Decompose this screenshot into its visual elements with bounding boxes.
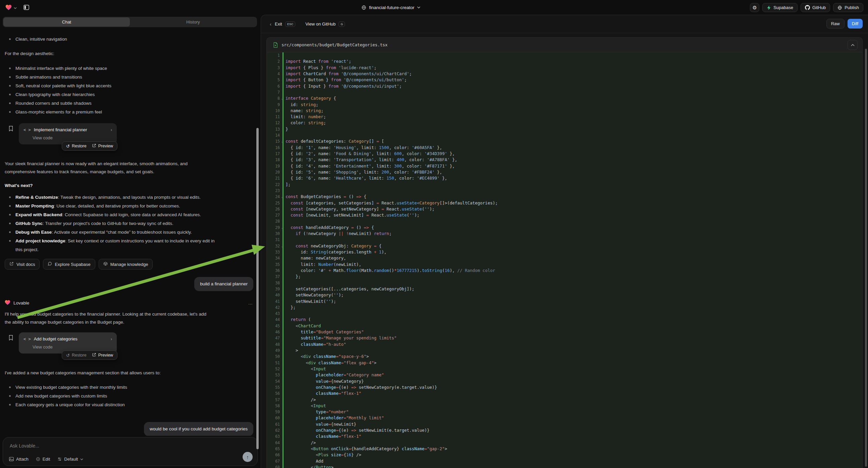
version-card-header: < >Implement financial planner› bbox=[24, 127, 112, 132]
list-item-text: Rounded corners and subtle shadows bbox=[16, 99, 92, 108]
code-text: return ( bbox=[283, 317, 311, 323]
fold-chevron-icon[interactable]: ⌄ bbox=[281, 225, 283, 231]
line-number: 53 bbox=[267, 372, 283, 378]
chat-message-list: Clean, intuitive navigationFor the desig… bbox=[5, 30, 253, 436]
button-label: Explore Supabase bbox=[55, 262, 90, 267]
composer-placeholder[interactable]: Ask Lovable... bbox=[10, 443, 39, 448]
code-line: 66 <Plus size={16} /> bbox=[267, 452, 862, 458]
chevron-right-icon[interactable]: › bbox=[111, 337, 112, 342]
code-text: name: newCategory, bbox=[283, 255, 346, 261]
raw-toggle-button[interactable]: Raw bbox=[827, 19, 844, 29]
line-number: 11 bbox=[267, 114, 283, 120]
supabase-button[interactable]: Supabase bbox=[762, 3, 798, 12]
message-options-button[interactable]: … bbox=[248, 300, 254, 305]
toggle-sidebar-icon[interactable] bbox=[22, 3, 31, 12]
code-text: value={newCategory} bbox=[283, 378, 364, 384]
tab-chat[interactable]: Chat bbox=[3, 18, 130, 27]
diff-toggle-button[interactable]: Diff bbox=[847, 19, 863, 29]
fold-chevron-icon[interactable]: ⌄ bbox=[281, 96, 283, 102]
chevron-right-icon[interactable]: › bbox=[111, 127, 112, 132]
settings-button[interactable]: ⚙ bbox=[750, 3, 759, 12]
publish-button[interactable]: Publish bbox=[833, 3, 863, 12]
code-line: 25 const [categories, setCategories] = R… bbox=[267, 200, 862, 206]
bookmark-icon[interactable] bbox=[9, 126, 13, 132]
code-text: limit: number; bbox=[283, 114, 326, 120]
bullet-dot-icon bbox=[9, 395, 11, 397]
bullet-dot-icon bbox=[9, 94, 11, 95]
code-line: 11 limit: number; bbox=[267, 114, 862, 120]
fold-chevron-icon[interactable]: ⌄ bbox=[281, 139, 283, 145]
lovable-logo-icon[interactable] bbox=[5, 4, 12, 10]
chat-composer[interactable]: Ask Lovable... Attach Edit Default ↑ bbox=[3, 437, 258, 466]
code-text: className="flex-1" bbox=[283, 390, 361, 397]
workspace-chevron-down-icon[interactable] bbox=[14, 4, 17, 10]
version-card[interactable]: < >Implement financial planner›View code… bbox=[19, 123, 117, 144]
bullet-list: Clean, intuitive navigation bbox=[5, 35, 253, 43]
bullet-dot-icon bbox=[9, 386, 11, 388]
fold-chevron-icon[interactable]: ⌄ bbox=[281, 243, 283, 250]
version-card[interactable]: < >Add budget categories›View code↺Resto… bbox=[19, 332, 117, 353]
globe-icon bbox=[361, 5, 366, 10]
list-item-text: Debug with Ease: Activate our experiment… bbox=[16, 228, 192, 237]
preview-button[interactable]: Preview bbox=[92, 143, 113, 149]
preview-button[interactable]: Preview bbox=[92, 352, 113, 358]
code-text: id: string; bbox=[283, 102, 318, 108]
file-header[interactable]: src/components/budget/BudgetCategories.t… bbox=[267, 38, 862, 52]
code-text: color: string; bbox=[283, 120, 326, 126]
manage-knowledge-button[interactable]: Manage knowledge bbox=[99, 259, 153, 270]
code-line: 59 type="number" bbox=[267, 409, 862, 415]
code-scrollbar-thumb[interactable] bbox=[865, 49, 867, 467]
chevron-left-icon: ‹ bbox=[270, 21, 272, 27]
attach-button[interactable]: Attach bbox=[9, 457, 29, 462]
list-item: View existing budget categories with the… bbox=[5, 383, 253, 392]
line-number: 63 bbox=[267, 433, 283, 439]
exit-button[interactable]: Exit bbox=[275, 22, 282, 27]
model-selector[interactable]: Default bbox=[57, 457, 83, 462]
line-number: 26 bbox=[267, 206, 283, 212]
tab-history[interactable]: History bbox=[130, 18, 256, 27]
code-text bbox=[283, 218, 288, 224]
code-line: 51 <div className="flex gap-4"> bbox=[267, 360, 862, 366]
code-text: onChange={(e) => setNewCategory(e.target… bbox=[283, 384, 437, 390]
code-line: 7 bbox=[267, 89, 862, 95]
code-text: /> bbox=[283, 397, 316, 403]
view-on-github-link[interactable]: View on GitHub bbox=[305, 22, 336, 27]
code-line: 43 bbox=[267, 311, 862, 317]
project-switcher[interactable]: financial-future-creator bbox=[361, 0, 421, 15]
edit-mode-button[interactable]: Edit bbox=[36, 457, 50, 462]
line-number: 5 bbox=[267, 77, 283, 83]
line-number: 39 bbox=[267, 286, 283, 292]
line-number: 40 bbox=[267, 292, 283, 298]
chat-scrollbar-thumb[interactable] bbox=[256, 128, 259, 449]
code-text: <ChartCard bbox=[283, 323, 321, 329]
line-number: 36 bbox=[267, 268, 283, 273]
visit-docs-button[interactable]: Visit docs bbox=[5, 259, 39, 270]
bookmark-icon[interactable] bbox=[9, 335, 13, 342]
code-line: 3import { Plus } from 'lucide-react'; bbox=[267, 65, 862, 71]
line-number: 49 bbox=[267, 348, 283, 353]
chevron-up-icon bbox=[851, 44, 855, 46]
code-text: Add bbox=[283, 458, 323, 464]
fold-chevron-icon[interactable]: ⌄ bbox=[281, 194, 283, 200]
code-text: import { Plus } from 'lucide-react'; bbox=[283, 65, 376, 71]
code-line: 31 bbox=[267, 237, 862, 243]
send-button[interactable]: ↑ bbox=[243, 452, 253, 462]
collapse-file-button[interactable] bbox=[847, 40, 858, 50]
user-message-bubble: build a financial planner bbox=[194, 277, 253, 291]
line-number: 38 bbox=[267, 280, 283, 286]
code-line: 13} bbox=[267, 126, 862, 132]
code-line: 47 subtitle="Manage your spending limits… bbox=[267, 335, 862, 341]
explore-supabase-button[interactable]: Explore Supabase bbox=[43, 259, 95, 270]
view-code-link[interactable]: View code bbox=[33, 345, 112, 350]
view-code-link[interactable]: View code bbox=[33, 135, 112, 140]
restore-button[interactable]: ↺Restore bbox=[66, 144, 87, 148]
line-number: 50 bbox=[267, 353, 283, 359]
code-text bbox=[283, 52, 288, 58]
restore-button[interactable]: ↺Restore bbox=[66, 353, 87, 357]
github-button[interactable]: GitHub bbox=[801, 3, 830, 12]
chat-paragraph: For the design aesthetic: bbox=[5, 50, 253, 58]
line-number: 30 bbox=[267, 231, 283, 237]
line-number: 54 bbox=[267, 378, 283, 384]
chat-panel: Chat History Clean, intuitive navigation… bbox=[0, 15, 261, 468]
code-line: 23 bbox=[267, 188, 862, 194]
